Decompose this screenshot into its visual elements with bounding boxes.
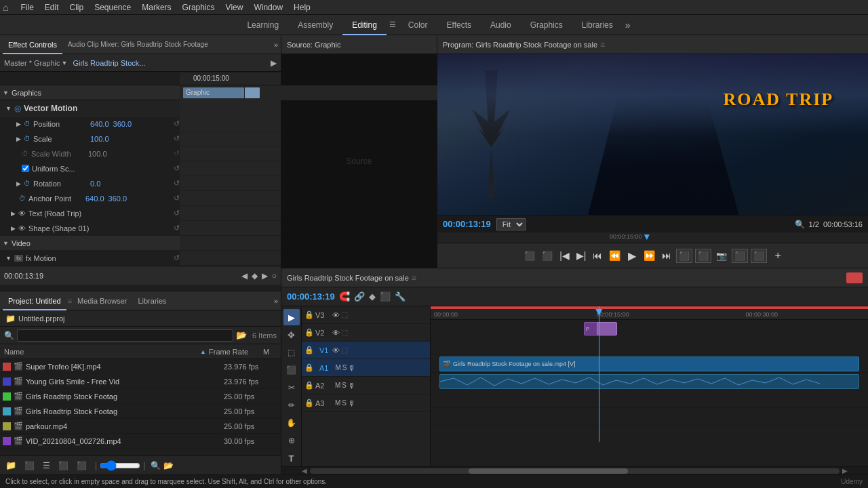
track-lock-a1[interactable]: 🔒 [304,363,314,372]
track-graph-v1[interactable]: ⬚ [341,346,348,354]
ws-tab-libraries[interactable]: Libraries [572,15,623,35]
tool-ripple[interactable]: ⬚ [283,344,300,361]
search-input[interactable] [17,329,233,342]
lift-btn[interactable]: ⬛ [732,249,748,263]
tool-pen[interactable]: ✏ [283,397,300,413]
overwrite-btn[interactable]: ⬛ [695,249,711,263]
track-mic-a1[interactable]: 🎙 [348,364,355,372]
col-name-header[interactable]: Name [4,348,200,356]
track-eye-v3[interactable]: 👁 [332,311,340,319]
tl-scroll-right-btn[interactable]: ▶ [842,467,848,474]
tl-add-markers-btn[interactable]: ◆ [369,291,376,302]
uniform-scale-checkbox[interactable] [22,165,29,172]
camera-btn[interactable]: 📷 [714,249,729,262]
step-back-frame-btn[interactable]: |◀ [557,249,572,262]
go-end-btn[interactable]: ⏭ [660,249,673,262]
new-bin-btn[interactable]: 📁 [3,459,19,472]
source-clip-name[interactable]: Girls Roadtrip Stock... [73,59,145,67]
rotation-value[interactable]: 0.0 [90,180,100,188]
track-eye-v1[interactable]: 👁 [332,346,340,354]
menu-clip[interactable]: Clip [64,0,90,15]
add-btn[interactable]: + [772,248,783,263]
mark-in-btn[interactable]: ⬛ [522,249,537,262]
tool-select-multi[interactable]: ✥ [283,327,300,343]
icon-view-btn[interactable]: ⬛ [56,460,71,472]
zoom-icon[interactable]: 🔍 [795,220,805,229]
list-item[interactable]: 🎬 VID_20210804_002726.mp4 30.00 fps [0,434,281,449]
tool-text[interactable]: T [283,450,300,466]
search-folder-btn[interactable]: 📂 [236,330,247,340]
tl-scroll-left-btn[interactable]: ◀ [302,467,307,474]
ec-prev-btn[interactable]: ◀ [241,271,248,281]
mark-out-btn[interactable]: ⬛ [540,249,555,262]
track-lock-v3[interactable]: 🔒 [304,310,314,319]
tab-effect-controls[interactable]: Effect Controls [3,35,62,54]
anchor-x-value[interactable]: 640.0 [85,195,104,203]
menu-markers[interactable]: Markers [136,0,176,15]
tl-snap-btn[interactable]: 🧲 [339,291,350,302]
rotation-reset[interactable]: ↺ [174,179,180,188]
anchor-stopwatch[interactable]: ⏱ [19,195,26,202]
ec-add-btn[interactable]: ◆ [252,271,258,281]
list-item[interactable]: 🎬 Super Trofeo [4K].mp4 23.976 fps [0,359,281,374]
search-btn-bottom[interactable]: 🔍 [151,461,161,470]
tl-link-btn[interactable]: 🔗 [354,291,365,302]
menu-window[interactable]: Window [248,0,288,15]
v3-graphic-clip2[interactable] [597,322,617,336]
track-mic-a3[interactable]: 🎙 [348,399,355,407]
folder-btn-bottom[interactable]: 📂 [163,461,174,470]
menu-graphics[interactable]: Graphics [177,0,220,15]
position-expand[interactable]: ▶ [16,121,21,127]
panel-more-icon[interactable]: » [274,41,278,49]
tl-scroll-thumb[interactable] [310,468,840,474]
col-framerate-header[interactable]: Frame Rate [209,348,263,356]
list-item[interactable]: 🎬 Girls Roadtrip Stock Footag 25.00 fps [0,389,281,404]
position-x-value[interactable]: 640.0 [90,120,109,128]
fxmotion-reset[interactable]: ↺ [174,253,180,262]
position-stopwatch[interactable]: ⏱ [24,120,31,127]
step-fwd-btn[interactable]: ⏩ [642,249,657,262]
scale-expand[interactable]: ▶ [16,136,21,142]
position-y-value[interactable]: 360.0 [113,120,132,128]
home-icon[interactable]: ⌂ [3,2,8,13]
track-graph-v2[interactable]: ⬚ [341,328,348,337]
play-btn[interactable]: ▶ [625,248,639,264]
rotation-expand[interactable]: ▶ [16,180,21,187]
list-view-btn[interactable]: ☰ [40,460,53,472]
v1-video-clip[interactable]: 🎬 Girls Roadtrip Stock Footage on sale.m… [439,357,859,371]
track-label-v1[interactable]: V1 [315,346,332,355]
ws-tab-audio[interactable]: Audio [481,15,521,35]
tool-zoom-tl[interactable]: ⊕ [283,432,300,449]
menu-file[interactable]: File [15,0,39,15]
tl-insert-clip-btn[interactable]: ⬛ [380,291,391,302]
track-lock-a2[interactable]: 🔒 [304,381,314,390]
text-reset[interactable]: ↺ [174,209,180,218]
tl-wrench-btn[interactable]: 🔧 [395,291,406,302]
program-monitor-menu[interactable]: ≡ [600,40,605,49]
shape-eye[interactable]: 👁 [18,224,26,232]
tab-libraries[interactable]: Libraries [132,291,172,310]
timeline-menu-icon[interactable]: ≡ [412,273,416,283]
new-item-btn[interactable]: ⬛ [22,460,37,472]
menu-edit[interactable]: Edit [39,0,64,15]
fit-dropdown[interactable]: Fit [496,218,526,230]
scale-reset[interactable]: ↺ [174,134,180,143]
ws-tab-learning[interactable]: Learning [237,15,288,35]
track-mic-a2[interactable]: 🎙 [348,382,355,390]
track-eye-v2[interactable]: 👁 [332,329,340,337]
track-graph-v3[interactable]: ⬚ [341,310,348,319]
track-mute-a1[interactable]: M [335,364,340,371]
uniform-reset[interactable]: ↺ [174,164,180,173]
rotation-stopwatch[interactable]: ⏱ [24,180,31,187]
tool-rolling[interactable]: ⬛ [283,362,300,378]
ws-tab-editing[interactable]: Editing [342,15,387,35]
scale-value[interactable]: 100.0 [90,135,109,143]
tab-project[interactable]: Project: Untitled [3,291,66,310]
ws-more-icon[interactable]: » [625,20,631,30]
position-reset[interactable]: ↺ [174,119,180,128]
text-expand[interactable]: ▶ [11,210,16,217]
program-timecode[interactable]: 00:00:13:19 [443,219,491,229]
scale-stopwatch[interactable]: ⏱ [24,135,31,142]
go-start-btn[interactable]: ⏮ [591,249,604,262]
step-back-btn[interactable]: ⏪ [607,249,623,262]
